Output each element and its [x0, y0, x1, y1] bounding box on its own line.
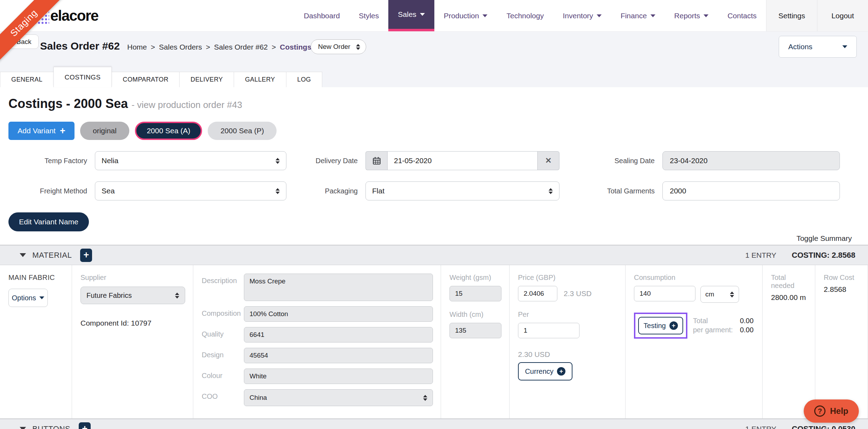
design-input: [244, 348, 433, 363]
tab-gallery[interactable]: GALLERY: [234, 72, 286, 87]
plus-icon: [60, 126, 65, 136]
new-order-select[interactable]: New Order: [311, 39, 366, 54]
calendar-icon[interactable]: [365, 151, 387, 170]
breadcrumb-sales-orders[interactable]: Sales Orders: [159, 43, 202, 51]
actions-button[interactable]: Actions: [779, 36, 857, 58]
select-arrows-icon: [276, 158, 280, 164]
add-testing-button[interactable]: Testing: [638, 317, 683, 334]
material-entries-count: 1 ENTRY: [745, 251, 776, 260]
temp-factory-select[interactable]: Nelia: [95, 151, 286, 170]
total-garments-input[interactable]: [662, 181, 840, 200]
price-input[interactable]: [518, 286, 557, 301]
nav-item-styles[interactable]: Styles: [349, 0, 388, 31]
consumption-label: Consumption: [634, 274, 754, 282]
component-type-label: MAIN FABRIC: [8, 274, 64, 282]
nav-item-settings[interactable]: Settings: [766, 0, 817, 31]
close-icon: [545, 156, 551, 165]
edit-variant-name-button[interactable]: Edit Variant Name: [8, 212, 89, 231]
nav-item-dashboard[interactable]: Dashboard: [294, 0, 349, 31]
toggle-summary-link[interactable]: Toggle Summary: [0, 234, 852, 243]
breadcrumb-sales-order-62[interactable]: Sales Order #62: [214, 43, 268, 51]
material-section-header: MATERIAL 1 ENTRY COSTING: 2.8568: [0, 245, 868, 265]
breadcrumb-costings: Costings: [280, 43, 311, 51]
caret-down-icon: [482, 14, 487, 17]
freight-method-select[interactable]: Sea: [95, 181, 286, 200]
add-button-component-button[interactable]: [79, 422, 91, 429]
tab-general[interactable]: GENERAL: [0, 72, 54, 87]
supplier-select[interactable]: Future Fabrics: [80, 287, 185, 304]
total-per-garment-value-1: 0.00: [740, 316, 753, 325]
view-production-order-link[interactable]: - view production order #43: [131, 100, 242, 110]
page-title: Sales Order #62: [40, 40, 120, 52]
nav-item-technology[interactable]: Technology: [497, 0, 553, 31]
question-mark-icon: [814, 405, 825, 417]
variant-original[interactable]: original: [80, 122, 129, 140]
breadcrumb-home[interactable]: Home: [127, 43, 147, 51]
variant-2000-sea-p[interactable]: 2000 Sea (P): [208, 122, 277, 140]
costings-title: Costings - 2000 Sea: [8, 96, 128, 111]
total-per-garment-value-2: 0.00: [740, 325, 753, 334]
caret-down-icon: [842, 45, 847, 48]
packaging-label: Packaging: [292, 187, 365, 195]
variant-row: Add Variant original 2000 Sea (A) 2000 S…: [8, 122, 868, 140]
weight-input: [449, 286, 501, 301]
plus-circle-icon: [557, 367, 565, 376]
select-arrows-icon: [423, 395, 427, 401]
help-button[interactable]: Help: [804, 399, 859, 423]
select-arrows-icon: [730, 292, 734, 297]
price-column: Price (GBP) 2.3 USD Per 2.30 USD Currenc…: [510, 265, 626, 418]
composition-label: Composition: [202, 306, 244, 322]
weight-label: Weight (gsm): [449, 274, 501, 282]
consumption-input[interactable]: [634, 286, 695, 301]
colour-label: Colour: [202, 369, 244, 384]
plus-circle-icon: [669, 321, 678, 330]
select-arrows-icon: [175, 293, 179, 299]
caret-down-icon: [597, 14, 602, 17]
composition-input: [244, 306, 433, 322]
select-arrows-icon: [549, 188, 553, 194]
price-label: Price (GBP): [518, 274, 617, 282]
caret-down-icon: [420, 13, 425, 16]
collapse-caret-icon[interactable]: [20, 253, 26, 257]
tab-log[interactable]: LOG: [286, 72, 322, 87]
colour-input: [244, 369, 433, 384]
nav-item-inventory[interactable]: Inventory: [553, 0, 611, 31]
add-material-button[interactable]: [80, 249, 92, 262]
coo-select[interactable]: China: [244, 389, 433, 406]
add-variant-button[interactable]: Add Variant: [8, 122, 75, 140]
nav-item-production[interactable]: Production: [434, 0, 497, 31]
packaging-select[interactable]: Flat: [365, 181, 559, 200]
coo-label: COO: [202, 389, 244, 406]
tab-comparator[interactable]: COMPARATOR: [111, 72, 180, 87]
nav-item-logout[interactable]: Logout: [817, 0, 868, 31]
tab-costings[interactable]: COSTINGS: [53, 67, 112, 87]
logo-text: elacore: [50, 7, 98, 24]
row-cost-label: Row Cost: [824, 274, 860, 282]
delivery-date-group: [365, 151, 559, 170]
select-arrows-icon: [276, 188, 280, 194]
nav-item-finance[interactable]: Finance: [611, 0, 665, 31]
nav-item-sales[interactable]: Sales: [388, 0, 434, 31]
add-currency-button[interactable]: Currency: [518, 362, 572, 380]
tab-delivery[interactable]: DELIVERY: [179, 72, 234, 87]
caret-down-icon: [650, 14, 655, 17]
material-costing-total: COSTING: 2.8568: [792, 251, 855, 260]
order-form: Temp Factory Nelia Delivery Date: [0, 151, 868, 200]
per-label: Per: [518, 310, 617, 319]
delivery-date-label: Delivery Date: [292, 157, 365, 165]
testing-highlight-box: Testing: [634, 313, 687, 339]
buttons-costing-total: COSTING: 0.0530: [792, 424, 855, 429]
per-input[interactable]: [518, 323, 579, 338]
nav-item-reports[interactable]: Reports: [665, 0, 718, 31]
collapse-caret-icon[interactable]: [20, 427, 26, 429]
total-needed-label: Total needed: [771, 274, 807, 290]
consumption-unit-select[interactable]: cm: [700, 286, 739, 303]
variant-2000-sea-a[interactable]: 2000 Sea (A): [135, 122, 202, 140]
nav-item-contacts[interactable]: Contacts: [718, 0, 766, 31]
options-button[interactable]: Options: [8, 289, 48, 307]
clear-date-button[interactable]: [538, 151, 559, 170]
breadcrumb: Home > Sales Orders > Sales Order #62 > …: [127, 43, 311, 51]
delivery-date-input[interactable]: [387, 151, 538, 170]
currency-note: 2.30 USD: [518, 350, 617, 359]
dimensions-column: Weight (gsm) Width (cm): [441, 265, 510, 418]
